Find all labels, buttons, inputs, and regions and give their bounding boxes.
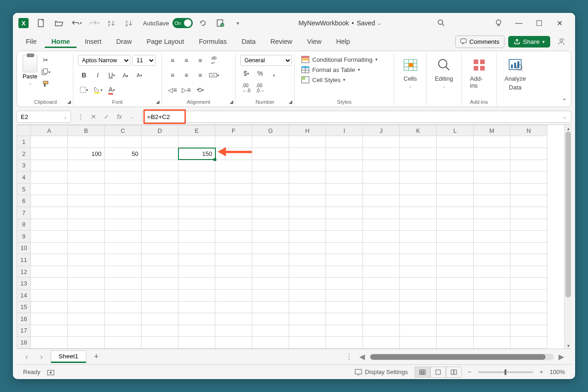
cell[interactable]: [474, 337, 511, 349]
decrease-indent-icon[interactable]: ◁≡: [166, 84, 178, 95]
scroll-right-icon[interactable]: ▶: [556, 351, 567, 362]
cell[interactable]: [31, 172, 68, 184]
cell[interactable]: [215, 254, 252, 266]
cell[interactable]: [178, 219, 215, 231]
more-options-icon[interactable]: ⋮: [344, 351, 355, 362]
open-file-icon[interactable]: [52, 16, 66, 30]
cell[interactable]: [363, 231, 400, 243]
cell[interactable]: [142, 242, 178, 254]
fill-color-button[interactable]: ▾: [92, 84, 104, 95]
cell[interactable]: [326, 301, 363, 313]
cell[interactable]: [31, 337, 68, 349]
chevron-down-icon[interactable]: ⌵: [64, 114, 67, 119]
row-header[interactable]: 6: [17, 195, 31, 207]
cell[interactable]: [178, 136, 215, 148]
cell[interactable]: [437, 254, 474, 266]
cell[interactable]: [289, 148, 326, 160]
cell[interactable]: [105, 172, 142, 184]
cell[interactable]: [105, 183, 142, 195]
cell[interactable]: [142, 136, 178, 148]
prev-sheet-icon[interactable]: ‹: [21, 351, 32, 362]
cell[interactable]: [400, 337, 437, 349]
cell[interactable]: [142, 278, 178, 290]
font-color-button[interactable]: A▾: [106, 84, 118, 95]
cell[interactable]: [289, 207, 326, 219]
cell[interactable]: [400, 325, 437, 337]
dialog-launcher-icon[interactable]: ◢: [289, 99, 292, 104]
merge-center-icon[interactable]: ▾: [208, 70, 220, 81]
scroll-down-icon[interactable]: ▾: [564, 342, 571, 349]
cell[interactable]: [31, 231, 68, 243]
sheet-tab-active[interactable]: Sheet1: [51, 350, 86, 363]
cell[interactable]: [142, 148, 178, 160]
cell[interactable]: [511, 337, 547, 349]
cell[interactable]: [68, 337, 105, 349]
cell[interactable]: [474, 325, 511, 337]
cell[interactable]: [363, 219, 400, 231]
cell[interactable]: [363, 313, 400, 325]
cell[interactable]: [511, 231, 547, 243]
cell[interactable]: [511, 278, 547, 290]
cell[interactable]: [105, 313, 142, 325]
underline-button[interactable]: U▾: [106, 70, 118, 81]
cell[interactable]: [289, 301, 326, 313]
sync-icon[interactable]: [213, 16, 228, 30]
minimize-button[interactable]: ―: [509, 16, 529, 30]
cell[interactable]: [437, 337, 474, 349]
row-header[interactable]: 10: [17, 242, 31, 254]
display-settings-button[interactable]: Display Settings: [355, 368, 408, 375]
cell[interactable]: [215, 160, 252, 172]
scroll-up-icon[interactable]: ▴: [564, 125, 571, 131]
cell[interactable]: [363, 183, 400, 195]
redo-button[interactable]: ▾: [87, 16, 101, 30]
cell[interactable]: [474, 219, 511, 231]
zoom-out-button[interactable]: −: [468, 368, 472, 375]
cell[interactable]: [400, 219, 437, 231]
cell[interactable]: [252, 160, 289, 172]
font-name-select[interactable]: Aptos Narrow: [78, 55, 131, 66]
row-header[interactable]: 3: [17, 160, 31, 172]
cell[interactable]: [400, 254, 437, 266]
cell[interactable]: [252, 289, 289, 301]
more-options-icon[interactable]: ⋮: [76, 112, 86, 122]
cell[interactable]: [511, 266, 547, 278]
cell[interactable]: [289, 242, 326, 254]
cell[interactable]: [68, 301, 105, 313]
cell[interactable]: [252, 219, 289, 231]
enter-icon[interactable]: ✓: [101, 112, 112, 122]
cell[interactable]: [474, 266, 511, 278]
cell[interactable]: [142, 219, 178, 231]
cell[interactable]: [326, 160, 363, 172]
cell[interactable]: [437, 231, 474, 243]
cell[interactable]: [511, 242, 547, 254]
cell[interactable]: [474, 136, 511, 148]
row-header[interactable]: 18: [17, 337, 31, 349]
tab-data[interactable]: Data: [235, 35, 262, 48]
cell[interactable]: [68, 266, 105, 278]
cell[interactable]: [142, 231, 178, 243]
comma-icon[interactable]: ,: [268, 68, 280, 79]
cell[interactable]: [511, 313, 547, 325]
cell[interactable]: [142, 207, 178, 219]
decrease-decimal-icon[interactable]: .00.0→: [254, 83, 266, 94]
col-header[interactable]: L: [437, 125, 474, 136]
cell[interactable]: [105, 231, 142, 243]
cell[interactable]: [363, 195, 400, 207]
align-top-icon[interactable]: ≡: [166, 55, 178, 66]
cell[interactable]: [400, 289, 437, 301]
cell[interactable]: [363, 160, 400, 172]
cell[interactable]: [474, 278, 511, 290]
cell[interactable]: [437, 313, 474, 325]
row-header[interactable]: 9: [17, 231, 31, 243]
borders-button[interactable]: ▾: [78, 84, 90, 95]
dialog-launcher-icon[interactable]: ◢: [230, 99, 233, 104]
cell[interactable]: [289, 195, 326, 207]
col-header[interactable]: B: [68, 125, 105, 136]
cell[interactable]: [511, 219, 547, 231]
cell[interactable]: [215, 337, 252, 349]
cell[interactable]: [178, 266, 215, 278]
fx-icon[interactable]: fx: [114, 112, 125, 122]
row-header[interactable]: 5: [17, 183, 31, 195]
cell[interactable]: [400, 278, 437, 290]
zoom-percent[interactable]: 100%: [550, 368, 565, 375]
